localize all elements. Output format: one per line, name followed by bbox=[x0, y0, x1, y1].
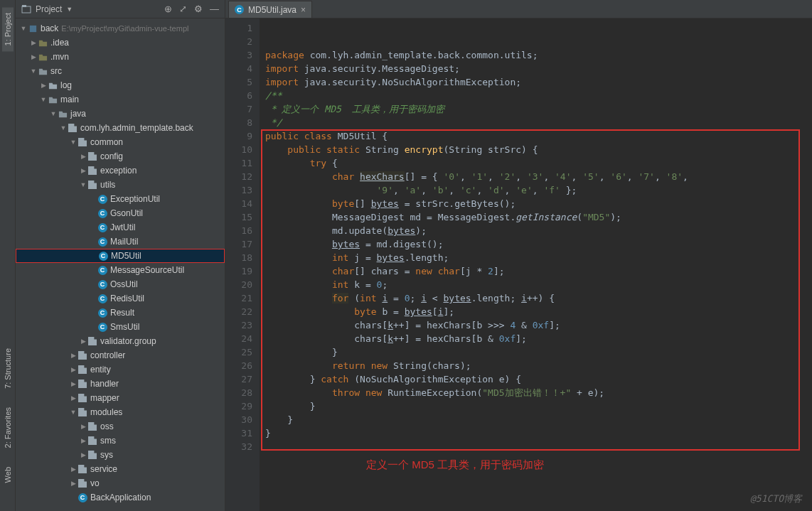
code-line-4[interactable]: import java.security.NoSuchAlgorithmExce… bbox=[265, 75, 806, 89]
tree-item-config[interactable]: ▶config bbox=[16, 149, 225, 163]
svg-rect-2 bbox=[29, 25, 36, 31]
panel-title: Project bbox=[36, 4, 62, 14]
code-line-24[interactable]: chars[k++] = hexChars[b & 0xf]; bbox=[265, 332, 806, 345]
code-line-25[interactable]: } bbox=[265, 345, 806, 359]
project-tool-tab[interactable]: 1: Project bbox=[2, 7, 14, 51]
code-line-10[interactable]: public static String encrypt(String strS… bbox=[265, 143, 806, 156]
code-line-23[interactable]: chars[k++] = hexChars[b >>> 4 & 0xf]; bbox=[265, 318, 806, 332]
code-line-14[interactable]: byte[] bytes = strSrc.getBytes(); bbox=[265, 197, 806, 210]
tool-window-bar: 1: Project 7: Structure 2: Favorites Web bbox=[0, 0, 16, 511]
editor-body[interactable]: 1234567891011121314151617181920212223242… bbox=[225, 18, 812, 511]
code-line-18[interactable]: int j = bytes.length; bbox=[265, 251, 806, 264]
code-line-8[interactable]: */ bbox=[265, 116, 806, 129]
tree-item-service[interactable]: ▶service bbox=[16, 462, 225, 476]
watermark: @51CTO博客 bbox=[750, 492, 802, 505]
tree-item-redisutil[interactable]: CRedisUtil bbox=[16, 291, 225, 306]
tree-item-backapplication[interactable]: CBackApplication bbox=[16, 490, 225, 505]
tree-item-handler[interactable]: ▶handler bbox=[16, 377, 225, 391]
project-tree[interactable]: ▼backE:\myProject\myGit\admin-vue-templ▶… bbox=[16, 18, 225, 511]
code-line-28[interactable]: throw new RuntimeException("MD5加密出错！！+" … bbox=[265, 386, 806, 399]
tree-item-messagesourceutil[interactable]: CMessageSourceUtil bbox=[16, 263, 225, 277]
code-line-9[interactable]: public class MD5Util { bbox=[265, 129, 806, 143]
tree-item-result[interactable]: CResult bbox=[16, 306, 225, 320]
code-line-17[interactable]: bytes = md.digest(); bbox=[265, 237, 806, 251]
tree-item-utils[interactable]: ▼utils bbox=[16, 178, 225, 192]
code-line-1[interactable]: package com.lyh.admin_template.back.comm… bbox=[265, 48, 806, 62]
tree-item-gsonutil[interactable]: CGsonUtil bbox=[16, 206, 225, 220]
code-line-31[interactable]: } bbox=[265, 426, 806, 440]
svg-rect-0 bbox=[22, 6, 31, 13]
code-line-7[interactable]: * 定义一个 MD5 工具类，用于密码加密 bbox=[265, 102, 806, 116]
code-line-30[interactable]: } bbox=[265, 413, 806, 426]
close-icon[interactable]: × bbox=[301, 5, 306, 15]
tree-item-oss[interactable]: ▶oss bbox=[16, 419, 225, 434]
tree-item-java[interactable]: ▼java bbox=[16, 107, 225, 121]
tree-item-controller[interactable]: ▶controller bbox=[16, 348, 225, 362]
tree-item-src[interactable]: ▼src bbox=[16, 64, 225, 78]
web-tool-tab[interactable]: Web bbox=[2, 461, 14, 488]
tree-item-smsutil[interactable]: CSmsUtil bbox=[16, 320, 225, 334]
tree-item-exceptionutil[interactable]: CExceptionUtil bbox=[16, 192, 225, 206]
code-line-11[interactable]: try { bbox=[265, 156, 806, 170]
code-line-21[interactable]: for (int i = 0; i < bytes.length; i++) { bbox=[265, 291, 806, 305]
tree-item-vo[interactable]: ▶vo bbox=[16, 476, 225, 490]
code-line-19[interactable]: char[] chars = new char[j * 2]; bbox=[265, 264, 806, 278]
editor-tab-bar: C MD5Util.java × bbox=[225, 0, 812, 18]
class-icon: C bbox=[235, 5, 244, 14]
tree-item-sms[interactable]: ▶sms bbox=[16, 434, 225, 448]
code-line-12[interactable]: char hexChars[] = { '0', '1', '2', '3', … bbox=[265, 170, 806, 183]
code-line-3[interactable]: import java.security.MessageDigest; bbox=[265, 62, 806, 75]
svg-rect-1 bbox=[22, 5, 26, 7]
code-line-29[interactable]: } bbox=[265, 399, 806, 413]
tree-item-entity[interactable]: ▶entity bbox=[16, 362, 225, 377]
tree-item-exception[interactable]: ▶exception bbox=[16, 163, 225, 178]
code-line-6[interactable]: /** bbox=[265, 89, 806, 102]
dropdown-icon[interactable]: ▼ bbox=[66, 6, 73, 13]
tree-item--idea[interactable]: ▶.idea bbox=[16, 36, 225, 50]
code-line-16[interactable]: md.update(bytes); bbox=[265, 224, 806, 237]
tree-item-mailutil[interactable]: CMailUtil bbox=[16, 235, 225, 249]
code-line-15[interactable]: MessageDigest md = MessageDigest.getInst… bbox=[265, 210, 806, 224]
tree-item--mvn[interactable]: ▶.mvn bbox=[16, 50, 225, 64]
tree-item-com-lyh-admin_template-back[interactable]: ▼com.lyh.admin_template.back bbox=[16, 121, 225, 135]
project-panel: Project ▼ ⊕ ⤢ ⚙ — ▼backE:\myProject\myGi… bbox=[16, 0, 225, 511]
tree-item-jwtutil[interactable]: CJwtUtil bbox=[16, 220, 225, 235]
code-line-13[interactable]: '9', 'a', 'b', 'c', 'd', 'e', 'f' }; bbox=[265, 183, 806, 197]
code-line-22[interactable]: byte b = bytes[i]; bbox=[265, 305, 806, 318]
tree-item-main[interactable]: ▼main bbox=[16, 92, 225, 107]
editor-area: C MD5Util.java × 12345678910111213141516… bbox=[225, 0, 812, 511]
tree-item-mapper[interactable]: ▶mapper bbox=[16, 391, 225, 405]
tree-item-modules[interactable]: ▼modules bbox=[16, 405, 225, 419]
tree-item-sys[interactable]: ▶sys bbox=[16, 448, 225, 462]
code-area[interactable]: package com.lyh.admin_template.back.comm… bbox=[260, 18, 812, 511]
tree-item-common[interactable]: ▼common bbox=[16, 135, 225, 149]
code-line-20[interactable]: int k = 0; bbox=[265, 278, 806, 291]
hide-icon[interactable]: — bbox=[210, 4, 219, 14]
tree-item-md5util[interactable]: CMD5Util bbox=[16, 249, 225, 263]
project-view-icon bbox=[21, 4, 31, 14]
editor-tab[interactable]: C MD5Util.java × bbox=[228, 1, 312, 18]
tree-item-ossutil[interactable]: COssUtil bbox=[16, 277, 225, 291]
tree-item-log[interactable]: ▶log bbox=[16, 78, 225, 92]
code-line-26[interactable]: return new String(chars); bbox=[265, 359, 806, 372]
tree-item-back[interactable]: ▼backE:\myProject\myGit\admin-vue-templ bbox=[16, 21, 225, 36]
code-line-27[interactable]: } catch (NoSuchAlgorithmException e) { bbox=[265, 372, 806, 386]
structure-tool-tab[interactable]: 7: Structure bbox=[2, 343, 14, 394]
target-icon[interactable]: ⊕ bbox=[164, 4, 172, 14]
panel-toolbar: ⊕ ⤢ ⚙ — bbox=[164, 4, 219, 14]
expand-icon[interactable]: ⤢ bbox=[179, 4, 187, 14]
favorites-tool-tab[interactable]: 2: Favorites bbox=[2, 402, 14, 453]
line-gutter: 1234567891011121314151617181920212223242… bbox=[225, 18, 260, 511]
gear-icon[interactable]: ⚙ bbox=[194, 4, 203, 14]
tree-item-validator-group[interactable]: ▶validator.group bbox=[16, 334, 225, 348]
project-panel-header: Project ▼ ⊕ ⤢ ⚙ — bbox=[16, 0, 225, 18]
annotation-caption: 定义一个 MD5 工具类，用于密码加密 bbox=[366, 458, 544, 471]
tab-label: MD5Util.java bbox=[248, 5, 297, 15]
